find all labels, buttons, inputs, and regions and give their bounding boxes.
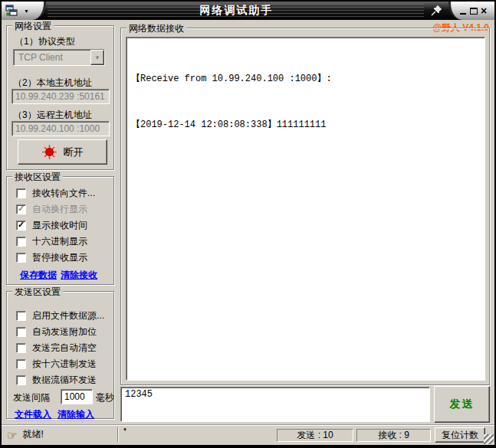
- local-address-label: （2）本地主机地址: [13, 77, 92, 90]
- splitter-arrow-icon[interactable]: ▼: [123, 427, 127, 432]
- interval-unit-label: 毫秒: [96, 391, 114, 404]
- window-title: 网络调试助手: [63, 4, 410, 18]
- checkbox[interactable]: [16, 359, 26, 369]
- group-network-data-receive: 网络数据接收 【Receive from 10.99.240.100 :1000…: [120, 28, 490, 385]
- protocol-select: TCP Client ▼: [13, 49, 105, 66]
- load-file-link[interactable]: 文件载入: [15, 408, 51, 421]
- pointing-hand-icon: ☞: [7, 429, 17, 440]
- checkbox-row-pause-display[interactable]: 暂停接收显示: [16, 252, 87, 263]
- recv-count-text: 接收 : 9: [378, 429, 409, 442]
- group-title-receive: 接收区设置: [12, 171, 63, 184]
- checkbox-row-auto-clear[interactable]: 发送完自动清空: [16, 342, 97, 353]
- group-network-settings: 网络设置 （1）协议类型 TCP Client ▼ （2）本地主机地址 （3）远…: [6, 25, 114, 170]
- send-count-text: 发送 : 10: [297, 429, 333, 442]
- close-button[interactable]: ×: [478, 5, 489, 17]
- window-frame: ▼ 网络调试助手 × 网络设置 （1）协议类型: [2, 2, 494, 445]
- checkbox-row-send-hex[interactable]: 按十六进制发送: [16, 358, 97, 369]
- red-led-icon: [42, 145, 57, 159]
- checkbox-row-show-time[interactable]: 显示接收时间: [16, 220, 87, 231]
- reset-count-button[interactable]: 复位计数: [435, 427, 485, 443]
- titlebar-menu-arrow-icon[interactable]: ▼: [24, 8, 29, 14]
- clear-input-link[interactable]: 清除输入: [57, 408, 94, 421]
- checkbox[interactable]: [16, 327, 26, 337]
- titlebar[interactable]: ▼ 网络调试助手 ×: [2, 2, 494, 20]
- receive-line: 【2019-12-14 12:08:08:338】111111111: [131, 117, 480, 132]
- minimize-icon: [460, 13, 466, 15]
- titlebar-left-cap: ▼: [2, 2, 46, 20]
- checkbox-label: 显示接收时间: [32, 219, 87, 232]
- checkbox-row-receive-to-file[interactable]: 接收转向文件...: [16, 188, 95, 198]
- checkbox-label: 自动换行显示: [32, 203, 87, 216]
- remote-address-input: [11, 121, 110, 136]
- send-button[interactable]: 发送: [434, 386, 490, 423]
- checkbox[interactable]: [16, 253, 26, 263]
- app-window: ▼ 网络调试助手 × 网络设置 （1）协议类型: [0, 0, 496, 448]
- checkbox-row-file-source[interactable]: 启用文件数据源...: [16, 310, 104, 321]
- checkbox[interactable]: [16, 237, 26, 247]
- checkbox[interactable]: [16, 343, 26, 353]
- save-data-link[interactable]: 保存数据: [20, 269, 57, 282]
- interval-input[interactable]: [61, 389, 93, 404]
- send-button-label: 发送: [450, 397, 475, 411]
- checkbox-label: 启用文件数据源...: [32, 309, 104, 322]
- status-divider: [117, 427, 119, 442]
- checkbox-label: 发送完自动清空: [32, 342, 97, 355]
- app-icon[interactable]: [5, 5, 18, 17]
- status-ready-text: 就绪!: [22, 428, 43, 441]
- maximize-icon: [470, 8, 478, 15]
- disconnect-button-label: 断开: [64, 146, 84, 159]
- local-address-input: [11, 89, 110, 104]
- send-count-panel: 发送 : 10: [277, 429, 353, 442]
- checkbox-label: 暂停接收显示: [32, 251, 87, 264]
- minimize-button[interactable]: [458, 5, 468, 17]
- pin-icon[interactable]: [430, 5, 442, 17]
- group-receive-settings: 接收区设置 接收转向文件... 自动换行显示 显示接收时间 十六进制显示 暂停接…: [6, 176, 114, 285]
- titlebar-right-cap: ×: [448, 2, 494, 20]
- close-icon: ×: [481, 5, 487, 17]
- chevron-down-icon: ▼: [90, 50, 104, 65]
- group-title-data-receive: 网络数据接收: [126, 22, 186, 35]
- checkbox-label: 接收转向文件...: [32, 187, 95, 200]
- group-send-settings: 发送区设置 启用文件数据源... 自动发送附加位 发送完自动清空 按十六进制发送…: [6, 291, 114, 419]
- receive-display[interactable]: 【Receive from 10.99.240.100 :1000】: 【201…: [126, 37, 485, 381]
- maximize-button[interactable]: [468, 5, 479, 17]
- checkbox-row-auto-wrap: 自动换行显示: [16, 204, 87, 214]
- receive-line: 【Receive from 10.99.240.100 :1000】:: [131, 71, 480, 87]
- group-title-send: 发送区设置: [12, 286, 63, 299]
- checkbox[interactable]: [16, 188, 26, 198]
- status-ready: ☞ 就绪!: [7, 428, 44, 441]
- checkbox-row-auto-append[interactable]: 自动发送附加位: [16, 326, 97, 337]
- checkbox-label: 按十六进制发送: [32, 358, 97, 371]
- interval-label: 发送间隔: [13, 391, 50, 404]
- resize-grip[interactable]: [484, 434, 494, 444]
- checkbox-label: 自动发送附加位: [32, 325, 97, 338]
- checkbox-row-loop-send[interactable]: 数据流循环发送: [16, 374, 97, 385]
- send-input[interactable]: 12345: [120, 387, 430, 422]
- statusbar: ☞ 就绪! ▼ 发送 : 10 接收 : 9 复位计数: [2, 424, 494, 445]
- clear-receive-link[interactable]: 清除接收: [61, 269, 97, 282]
- checkbox[interactable]: [16, 221, 26, 231]
- reset-count-label: 复位计数: [442, 429, 478, 442]
- checkbox[interactable]: [16, 311, 26, 321]
- protocol-value: TCP Client: [14, 50, 90, 65]
- checkbox[interactable]: [16, 375, 26, 385]
- group-title-network: 网络设置: [12, 20, 54, 33]
- checkbox-label: 十六进制显示: [32, 235, 87, 248]
- remote-address-label: （3）远程主机地址: [13, 109, 92, 122]
- checkbox-row-hex-display[interactable]: 十六进制显示: [16, 236, 87, 247]
- checkbox-label: 数据流循环发送: [32, 374, 97, 387]
- protocol-label: （1）协议类型: [15, 35, 75, 48]
- recv-count-panel: 接收 : 9: [356, 429, 431, 442]
- disconnect-button[interactable]: 断开: [18, 139, 107, 165]
- checkbox: [16, 204, 26, 214]
